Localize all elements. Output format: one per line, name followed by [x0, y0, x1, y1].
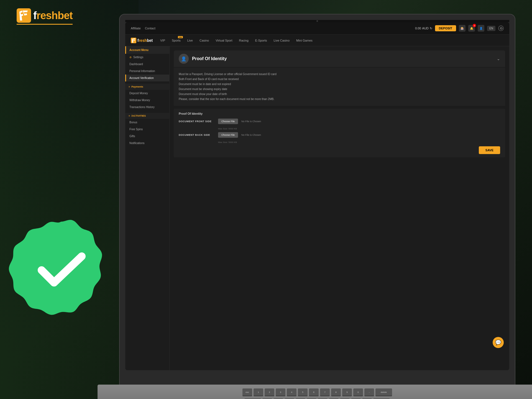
- save-button[interactable]: SAVE: [479, 146, 500, 154]
- sidebar-gifts[interactable]: Gifts: [125, 133, 169, 140]
- nav-vip[interactable]: VIP: [157, 35, 168, 46]
- verified-badge-svg: [8, 216, 114, 321]
- activities-label: /ACTIVITIES: [131, 114, 146, 117]
- website-content: Affiliate Contact 0.00 AUD ↻ DEPOSIT 🎰 🔔: [125, 22, 509, 370]
- athlete-background: [0, 0, 139, 399]
- verified-badge-area: [8, 216, 114, 321]
- key-9: 9: [342, 388, 352, 396]
- camera-dot: [316, 20, 318, 22]
- power-button[interactable]: ⏻: [498, 25, 504, 31]
- sidebar-personal-info[interactable]: Personal Information: [125, 68, 169, 75]
- payments-icon: ≡: [129, 85, 130, 88]
- notifications-label: Notifications: [129, 142, 144, 145]
- nav-logo-icon: [131, 38, 136, 43]
- key-esc: esc: [242, 388, 252, 396]
- sidebar-settings[interactable]: ⚙ Settings: [125, 54, 169, 61]
- poi-header: 👤 Proof Of Identity ⌄: [174, 50, 505, 67]
- front-side-label: DOCUMENT FRONT SIDE: [179, 120, 215, 123]
- main-area: Account Menu ⚙ Settings Dashboard Person…: [125, 46, 509, 370]
- sports-new-badge: new: [178, 36, 183, 38]
- sidebar-transactions[interactable]: Transactions History: [125, 104, 169, 111]
- poi-requirements-text: Must be a Passport, Driving License or o…: [179, 72, 500, 102]
- nav-logo-text: freshbet: [137, 38, 153, 43]
- withdraw-money-label: Withdraw Money: [129, 99, 150, 102]
- poi-avatar-icon: 👤: [179, 54, 189, 64]
- refresh-icon[interactable]: ↻: [430, 27, 432, 30]
- logo-underline: [17, 24, 73, 25]
- balance-currency: AUD: [422, 27, 429, 30]
- nav-sports[interactable]: Sports new: [168, 35, 184, 46]
- svg-rect-0: [17, 8, 31, 23]
- notification-icon[interactable]: 🔔 8: [468, 25, 475, 32]
- laptop-keyboard: esc 1 2 3 4 5 6 7 8 9 0 - delete tab Q: [98, 385, 532, 399]
- sidebar-notifications[interactable]: Notifications: [125, 140, 169, 147]
- nav-racing[interactable]: Racing: [236, 35, 252, 46]
- poi-section-title: Proof Of Identity: [179, 112, 500, 115]
- key-2: 2: [265, 388, 274, 396]
- screen-notch: [125, 20, 509, 22]
- front-upload-row: DOCUMENT FRONT SIDE Choose File No File …: [179, 119, 500, 124]
- bonus-label: Bonus: [129, 121, 137, 124]
- site-header: Affiliate Contact 0.00 AUD ↻ DEPOSIT 🎰 🔔: [125, 22, 509, 35]
- key-0: 0: [353, 388, 363, 396]
- back-max-size-text: Max Size: 5000 KB: [218, 141, 500, 144]
- dashboard-label: Dashboard: [129, 63, 143, 66]
- back-side-label: DOCUMENT BACK SIDE: [179, 134, 215, 136]
- sidebar-deposit-money[interactable]: Deposit Money: [125, 90, 169, 97]
- contact-link[interactable]: Contact: [145, 27, 155, 30]
- poi-title: Proof Of Identity: [192, 56, 227, 61]
- balance-amount: 0.00: [415, 27, 421, 30]
- key-8: 8: [331, 388, 341, 396]
- activities-icon: ≡: [129, 114, 130, 117]
- nav-virtual-sport[interactable]: Virtual Sport: [212, 35, 236, 46]
- free-spins-label: Free Spins: [129, 128, 143, 131]
- casino-chip-icon[interactable]: 🎰: [459, 25, 466, 32]
- sidebar-bonus[interactable]: Bonus: [125, 119, 169, 126]
- laptop-screen: Affiliate Contact 0.00 AUD ↻ DEPOSIT 🎰 🔔: [125, 22, 509, 370]
- nav-casino[interactable]: Casino: [196, 35, 212, 46]
- settings-label: Settings: [133, 56, 143, 59]
- key-4: 4: [287, 388, 296, 396]
- personal-info-label: Personal Information: [129, 70, 155, 73]
- content-area: 👤 Proof Of Identity ⌄ Must be a Passport…: [170, 46, 509, 370]
- header-right: 0.00 AUD ↻ DEPOSIT 🎰 🔔 8 👤 EN ⏻: [415, 25, 504, 32]
- sidebar-activities-section: ≡ /ACTIVITIES: [125, 113, 169, 119]
- key-3: 3: [276, 388, 285, 396]
- key-delete: delete: [375, 388, 392, 396]
- poi-upload-section: Proof Of Identity DOCUMENT FRONT SIDE Ch…: [174, 109, 505, 157]
- back-upload-row: DOCUMENT BACK SIDE Choose File No File i…: [179, 132, 500, 138]
- sidebar-withdraw-money[interactable]: Withdraw Money: [125, 97, 169, 104]
- nav-esports[interactable]: E-Sports: [252, 35, 270, 46]
- chat-button[interactable]: 💬: [493, 337, 504, 348]
- balance-display: 0.00 AUD ↻: [415, 27, 432, 30]
- poi-requirements: Must be a Passport, Driving License or o…: [174, 68, 505, 106]
- poi-chevron-icon[interactable]: ⌄: [497, 57, 500, 61]
- key-1: 1: [254, 388, 263, 396]
- sidebar-payments-section: ≡ Payments: [125, 84, 169, 90]
- nav-logo: freshbet: [131, 38, 153, 43]
- sidebar-account-verification[interactable]: Account Verification: [125, 75, 169, 81]
- affiliate-link[interactable]: Affiliate: [131, 27, 141, 30]
- key-7: 7: [320, 388, 330, 396]
- nav-live-casino[interactable]: Live Casino: [270, 35, 293, 46]
- sidebar-account-menu-title: Account Menu: [125, 46, 169, 54]
- key-minus: -: [364, 388, 374, 396]
- key-6: 6: [309, 388, 319, 396]
- freshbet-logo-text: freshbet: [33, 10, 73, 22]
- back-choose-file-button[interactable]: Choose File: [218, 132, 238, 138]
- deposit-button[interactable]: DEPOSIT: [435, 25, 456, 31]
- account-verification-label: Account Verification: [129, 76, 154, 80]
- nav-mini-games[interactable]: Mini Games: [293, 35, 316, 46]
- back-file-chosen-text: No File is Chosen: [241, 134, 261, 136]
- front-choose-file-button[interactable]: Choose File: [218, 119, 238, 124]
- sidebar-dashboard[interactable]: Dashboard: [125, 61, 169, 68]
- settings-icon: ⚙: [129, 56, 132, 59]
- freshbet-logo-icon: [17, 8, 31, 23]
- logo-text-colored: reshbet: [37, 10, 73, 21]
- user-icon[interactable]: 👤: [478, 25, 484, 32]
- freshbet-logo-area: freshbet: [17, 8, 73, 25]
- sidebar-free-spins[interactable]: Free Spins: [125, 126, 169, 133]
- nav-live[interactable]: Live: [184, 35, 196, 46]
- language-selector[interactable]: EN: [487, 26, 495, 31]
- key-5: 5: [298, 388, 308, 396]
